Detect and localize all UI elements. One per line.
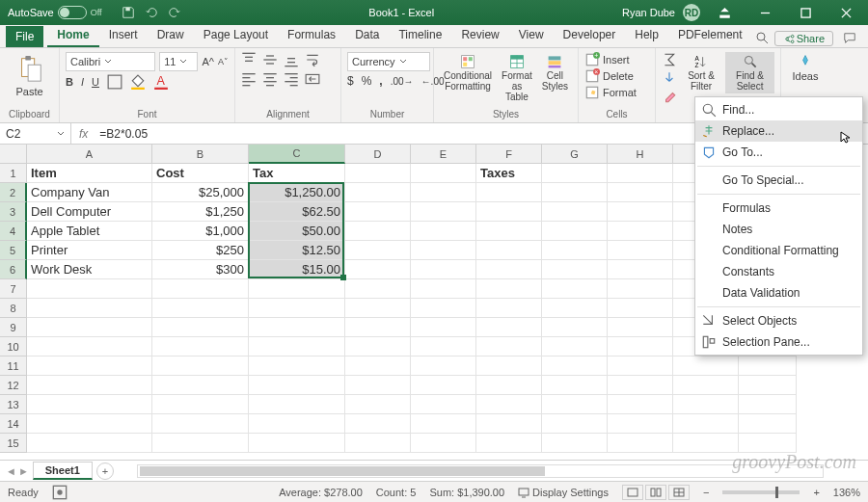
- comments-icon[interactable]: [837, 30, 862, 47]
- cell[interactable]: [27, 414, 152, 434]
- cell[interactable]: [476, 414, 542, 434]
- cell[interactable]: [345, 357, 411, 376]
- cell[interactable]: [249, 434, 345, 453]
- ribbon-options-icon[interactable]: [708, 0, 741, 25]
- clear-icon[interactable]: [662, 89, 677, 104]
- cell[interactable]: [345, 279, 411, 299]
- cell[interactable]: [476, 241, 542, 260]
- cell[interactable]: $1,250: [152, 202, 249, 222]
- paste-button[interactable]: Paste: [6, 52, 53, 99]
- cell[interactable]: [152, 376, 249, 395]
- cell[interactable]: [542, 414, 608, 434]
- cell[interactable]: [608, 357, 673, 376]
- cell[interactable]: [476, 376, 542, 395]
- cell[interactable]: [476, 299, 542, 318]
- undo-icon[interactable]: [145, 6, 158, 19]
- cell[interactable]: [249, 414, 345, 434]
- menu-item-formulas[interactable]: Formulas: [695, 198, 862, 219]
- menu-item-selection-pane[interactable]: Selection Pane...: [695, 331, 862, 353]
- comma-format-button[interactable]: ,: [379, 74, 382, 88]
- column-header[interactable]: D: [345, 145, 411, 164]
- align-right-icon[interactable]: [284, 71, 299, 87]
- cell[interactable]: [673, 357, 739, 376]
- bold-button[interactable]: B: [66, 76, 73, 88]
- fill-icon[interactable]: [662, 70, 677, 86]
- cell[interactable]: $250: [152, 241, 249, 260]
- sort-filter-button[interactable]: AZSort & Filter: [679, 52, 723, 93]
- cell[interactable]: [345, 222, 411, 241]
- cell[interactable]: [673, 395, 739, 414]
- cell[interactable]: [608, 434, 673, 453]
- column-header[interactable]: H: [608, 145, 673, 164]
- tab-data[interactable]: Data: [345, 24, 389, 47]
- cell[interactable]: [411, 202, 476, 222]
- user-avatar[interactable]: RD: [683, 4, 700, 21]
- cell[interactable]: [411, 395, 476, 414]
- cell[interactable]: [152, 279, 249, 299]
- format-as-table-button[interactable]: Format as Table: [498, 52, 536, 104]
- cell[interactable]: [542, 395, 608, 414]
- grow-font-button[interactable]: A^: [202, 56, 214, 67]
- ideas-button[interactable]: Ideas: [787, 52, 824, 84]
- cell[interactable]: [608, 279, 673, 299]
- cell[interactable]: [411, 241, 476, 260]
- merge-center-icon[interactable]: [305, 71, 320, 87]
- menu-item-go-to-special[interactable]: Go To Special...: [695, 170, 862, 191]
- row-header[interactable]: 1: [0, 164, 27, 183]
- align-center-icon[interactable]: [262, 71, 278, 87]
- sheet-nav-prev-icon[interactable]: ◄: [6, 465, 16, 477]
- horizontal-scrollbar[interactable]: [137, 464, 824, 478]
- tab-review[interactable]: Review: [451, 24, 508, 47]
- cell[interactable]: [542, 337, 608, 357]
- row-header[interactable]: 9: [0, 318, 27, 337]
- fx-icon[interactable]: fx: [79, 127, 88, 141]
- cell[interactable]: $1,250.00: [249, 183, 345, 202]
- cell[interactable]: $62.50: [249, 202, 345, 222]
- tab-developer[interactable]: Developer: [554, 24, 626, 47]
- cell[interactable]: [476, 183, 542, 202]
- accounting-format-button[interactable]: $: [347, 74, 354, 88]
- cell[interactable]: [739, 357, 797, 376]
- cell[interactable]: [152, 337, 249, 357]
- cell[interactable]: [411, 337, 476, 357]
- share-button[interactable]: Share: [774, 31, 833, 46]
- cell[interactable]: [411, 183, 476, 202]
- row-header[interactable]: 2: [0, 183, 27, 202]
- cell[interactable]: $300: [152, 260, 249, 279]
- row-header[interactable]: 13: [0, 395, 27, 414]
- column-header[interactable]: C: [249, 145, 345, 164]
- tab-formulas[interactable]: Formulas: [278, 24, 345, 47]
- cell[interactable]: [608, 260, 673, 279]
- cell[interactable]: [345, 299, 411, 318]
- page-break-view-button[interactable]: [668, 485, 690, 500]
- cell[interactable]: [608, 414, 673, 434]
- normal-view-button[interactable]: [622, 485, 643, 500]
- cell[interactable]: [476, 260, 542, 279]
- cell[interactable]: [608, 337, 673, 357]
- cell[interactable]: [249, 279, 345, 299]
- cell[interactable]: Taxes: [476, 164, 542, 183]
- insert-cells-button[interactable]: +Insert: [584, 52, 649, 67]
- display-settings-button[interactable]: Display Settings: [518, 487, 609, 498]
- cell[interactable]: [27, 395, 152, 414]
- cell[interactable]: [476, 222, 542, 241]
- delete-cells-button[interactable]: ×Delete: [584, 68, 649, 84]
- cell[interactable]: Printer: [27, 241, 152, 260]
- cell[interactable]: [249, 337, 345, 357]
- tab-home[interactable]: Home: [47, 24, 98, 47]
- zoom-out-button[interactable]: −: [703, 487, 709, 498]
- cell[interactable]: [411, 414, 476, 434]
- cell[interactable]: [411, 434, 476, 453]
- cell[interactable]: Cost: [152, 164, 249, 183]
- cell[interactable]: [152, 434, 249, 453]
- cell[interactable]: [411, 299, 476, 318]
- row-header[interactable]: 14: [0, 414, 27, 434]
- cell[interactable]: [345, 434, 411, 453]
- cell[interactable]: Work Desk: [27, 260, 152, 279]
- cell[interactable]: [411, 318, 476, 337]
- cell[interactable]: [249, 357, 345, 376]
- cell[interactable]: [345, 202, 411, 222]
- menu-item-constants[interactable]: Constants: [695, 261, 862, 282]
- row-header[interactable]: 5: [0, 241, 27, 260]
- row-header[interactable]: 12: [0, 376, 27, 395]
